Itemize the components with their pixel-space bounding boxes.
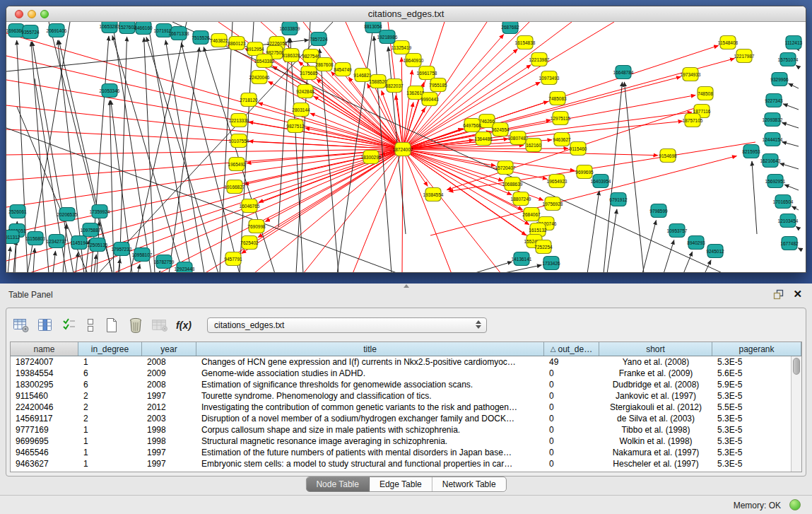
- column-header-pagerank[interactable]: pagerank: [712, 342, 801, 356]
- table-row[interactable]: 2242004622012Investigating the contribut…: [11, 402, 801, 413]
- cell-in_degree: 1: [78, 447, 142, 458]
- graph-edge[interactable]: [112, 149, 403, 273]
- cell-in_degree: 1: [78, 436, 142, 447]
- graph-edge[interactable]: [63, 224, 66, 273]
- graph-edge[interactable]: [130, 22, 187, 273]
- graph-edge[interactable]: [779, 163, 799, 169]
- column-header-year[interactable]: year: [142, 342, 196, 356]
- vertical-scrollbar[interactable]: [791, 356, 801, 472]
- graph-edge[interactable]: [6, 149, 403, 261]
- table-row[interactable]: 1830029562008Estimation of significance …: [11, 379, 801, 390]
- cell-title: Estimation of the future numbers of pati…: [196, 447, 544, 458]
- graph-node-label: 16033809: [280, 26, 300, 31]
- column-header-name[interactable]: name: [11, 342, 78, 356]
- graph-edge[interactable]: [53, 251, 55, 273]
- graph-edge[interactable]: [799, 50, 799, 51]
- table-row[interactable]: 946362711997Embryonic stem cells: a mode…: [11, 458, 801, 469]
- column-header-out_degree[interactable]: △out_de…: [544, 342, 599, 356]
- graph-edge[interactable]: [607, 209, 617, 273]
- graph-edge[interactable]: [403, 149, 452, 273]
- graph-edge[interactable]: [159, 271, 160, 273]
- table-row[interactable]: 1456911722003Disruption of a novel membe…: [11, 413, 801, 424]
- graph-edge[interactable]: [683, 252, 693, 273]
- network-window-titlebar[interactable]: citations_edges.txt: [6, 6, 806, 22]
- graph-node-label: 2803144: [292, 107, 310, 112]
- tab-network-table[interactable]: Network Table: [433, 477, 506, 491]
- graph-edge[interactable]: [642, 221, 656, 273]
- graph-edge[interactable]: [148, 22, 192, 273]
- graph-node-label: 19166827: [225, 185, 245, 189]
- graph-edge[interactable]: [402, 149, 403, 273]
- panel-splitter-handle[interactable]: [404, 284, 409, 288]
- graph-edge[interactable]: [782, 142, 799, 146]
- graph-edge[interactable]: [783, 104, 799, 110]
- graph-node-label: 16154838: [515, 40, 536, 45]
- float-panel-icon[interactable]: [773, 289, 784, 303]
- new-table-icon[interactable]: [101, 315, 122, 336]
- cell-name: 18724007: [11, 356, 78, 368]
- graph-edge[interactable]: [796, 65, 799, 67]
- graph-edge[interactable]: [784, 185, 799, 190]
- graph-edge[interactable]: [782, 122, 799, 128]
- network-canvas-svg[interactable]: 1872400774638228860123891295412226058982…: [6, 22, 806, 273]
- graph-node-label: 16210643: [760, 158, 781, 163]
- close-panel-icon[interactable]: ✕: [793, 288, 802, 300]
- graph-edge[interactable]: [76, 252, 78, 273]
- graph-edge[interactable]: [789, 83, 799, 88]
- graph-edge[interactable]: [501, 265, 541, 273]
- function-builder-icon[interactable]: f(x): [173, 315, 194, 336]
- table-selector-dropdown[interactable]: citations_edges.txt: [207, 317, 487, 333]
- graph-node-label: 14136141: [512, 257, 532, 262]
- graph-edge[interactable]: [242, 149, 403, 253]
- graph-edge[interactable]: [403, 112, 692, 149]
- graph-edge[interactable]: [91, 36, 109, 273]
- graph-node-label: 17016504: [773, 199, 794, 204]
- column-header-in_degree[interactable]: in_degree: [78, 342, 142, 356]
- graph-edge[interactable]: [403, 22, 572, 149]
- graph-node-label: 18300295: [361, 155, 382, 160]
- table-row[interactable]: 977716911998Corpus callosum shape and si…: [11, 424, 801, 436]
- table-row[interactable]: 1938455462009Genome-wide association stu…: [11, 368, 801, 379]
- delete-column-trash-icon[interactable]: [125, 315, 146, 336]
- graph-edge[interactable]: [664, 240, 674, 273]
- graph-node-label: 12093832: [763, 117, 783, 122]
- graph-node-label: 9798599: [649, 209, 668, 214]
- graph-edge[interactable]: [33, 248, 35, 273]
- graph-edge[interactable]: [403, 149, 501, 273]
- table-row[interactable]: 911546021997Tourette syndrome. Phenomeno…: [11, 390, 801, 402]
- graph-edge[interactable]: [146, 37, 218, 273]
- tab-edge-table[interactable]: Edge Table: [370, 477, 433, 491]
- graph-node-label: 18724007: [393, 147, 413, 152]
- table-row[interactable]: 969969511998Structural magnetic resonanc…: [11, 436, 801, 447]
- cell-short: Hescheler et al. (1997): [599, 458, 712, 469]
- graph-edge[interactable]: [792, 206, 799, 210]
- tab-node-table[interactable]: Node Table: [306, 477, 370, 491]
- graph-edge[interactable]: [269, 81, 403, 149]
- graph-edge[interactable]: [752, 161, 757, 234]
- scrollbar-thumb[interactable]: [793, 358, 800, 375]
- graph-edge[interactable]: [796, 226, 799, 228]
- graph-node-label: 7515526: [192, 35, 210, 40]
- column-header-title[interactable]: title: [196, 342, 544, 356]
- column-header-short[interactable]: short: [599, 342, 712, 356]
- graph-edge[interactable]: [138, 264, 140, 273]
- table-options-icon[interactable]: [11, 315, 32, 336]
- cell-pagerank: 5.3E-5: [712, 356, 801, 368]
- graph-node-label: 8912954: [246, 47, 264, 52]
- graph-edge[interactable]: [473, 262, 512, 273]
- network-canvas[interactable]: 1872400774638228860123891295412226058982…: [6, 22, 806, 273]
- graph-edge[interactable]: [624, 82, 644, 273]
- show-columns-icon[interactable]: [35, 315, 56, 336]
- table-row[interactable]: 1872400712008Changes of HCN gene express…: [11, 356, 801, 368]
- select-columns-icon[interactable]: [59, 315, 80, 336]
- graph-edge[interactable]: [220, 22, 233, 273]
- graph-edge[interactable]: [587, 191, 599, 273]
- cell-pagerank: 5.3E-5: [712, 447, 801, 458]
- row-height-icon[interactable]: [83, 315, 98, 336]
- table-row[interactable]: 946554611997Estimation of the future num…: [11, 447, 801, 458]
- graph-edge[interactable]: [401, 57, 403, 149]
- graph-edge[interactable]: [6, 129, 403, 149]
- graph-edge[interactable]: [158, 149, 403, 273]
- cell-title: Estimation of significance thresholds fo…: [196, 379, 544, 390]
- cell-in_degree: 2: [78, 402, 142, 413]
